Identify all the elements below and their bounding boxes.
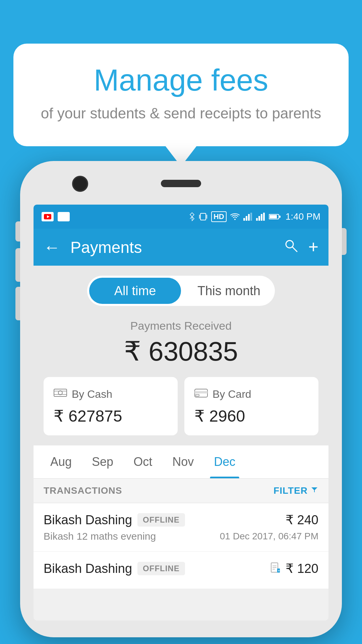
status-left-icons [42,212,70,221]
bubble-title: Manage fees [40,64,322,97]
filter-button[interactable]: FILTER [274,485,318,496]
bubble-subtitle: of your students & send receipts to pare… [40,104,322,123]
svg-rect-25 [195,391,207,393]
tab-this-month[interactable]: This month [183,276,275,306]
month-tab-sep[interactable]: Sep [82,445,123,478]
svg-rect-11 [256,218,258,221]
tab-toggle-container: All time This month [34,266,328,316]
tab-toggle: All time This month [87,276,275,306]
volume-mute-button [15,221,20,241]
filter-icon [310,485,318,496]
phone-mockup: HD [20,161,342,644]
power-button [342,228,347,255]
svg-rect-9 [248,214,250,221]
signal2-icon [256,213,265,221]
speech-bubble: Manage fees of your students & send rece… [13,44,349,146]
signal-icon [243,213,253,221]
cash-label: By Cash [72,388,112,400]
transaction-badge-1: OFFLINE [137,513,185,527]
svg-rect-20 [54,389,67,396]
summary-amount: ₹ 630835 [47,336,315,367]
cash-icon [54,387,67,401]
svg-line-19 [293,247,297,252]
transaction-top-2: Bikash Dashing OFFLINE + [44,561,318,576]
svg-rect-16 [269,215,277,218]
svg-rect-4 [200,213,206,220]
summary-section: Payments Received ₹ 630835 [34,316,328,377]
bluetooth-icon [189,212,195,221]
battery-icon [269,213,281,220]
settings-icon [58,212,70,221]
app-bar: ← Payments + [34,229,328,266]
transaction-row: Bikash Dashing OFFLINE ₹ 240 Bikash 12 m… [34,503,328,552]
svg-rect-14 [263,213,265,221]
cash-amount: ₹ 627875 [54,407,168,425]
transaction-amount-2: ₹ 120 [286,561,318,576]
add-button[interactable]: + [308,238,318,256]
card-card-header: By Card [194,387,308,401]
filter-label: FILTER [274,485,308,496]
svg-rect-8 [246,216,247,221]
card-label: By Card [213,388,251,400]
card-icon [194,387,208,401]
camera [72,176,88,192]
youtube-icon [42,212,54,221]
app-bar-actions: + [284,238,318,256]
month-tab-aug[interactable]: Aug [40,445,82,478]
wifi-icon [230,213,240,221]
volume-down-button [15,287,20,320]
svg-line-3 [190,217,192,219]
svg-rect-6 [206,215,207,219]
transaction-name-2: Bikash Dashing [44,561,132,576]
page-title: Payments [70,238,274,257]
svg-rect-13 [261,214,262,221]
status-right-icons: HD [189,211,320,222]
transactions-header: TRANSACTIONS FILTER [34,479,328,503]
cash-card: By Cash ₹ 627875 [44,377,178,435]
cash-card-header: By Cash [54,387,168,401]
svg-rect-7 [243,218,245,221]
back-button[interactable]: ← [44,237,60,257]
svg-point-18 [286,240,293,248]
volume-up-button [15,248,20,282]
transactions-label: TRANSACTIONS [44,485,122,496]
transaction-top-1: Bikash Dashing OFFLINE ₹ 240 [44,513,318,527]
cards-row: By Cash ₹ 627875 By Ca [34,377,328,445]
svg-point-21 [58,391,62,395]
transaction-amount-1: ₹ 240 [286,513,318,527]
svg-rect-17 [279,216,281,218]
month-tab-oct[interactable]: Oct [123,445,162,478]
summary-label: Payments Received [47,319,315,332]
card-amount: ₹ 2960 [194,407,308,425]
transaction-badge-2: OFFLINE [137,562,185,575]
phone-screen: HD [34,205,328,621]
svg-rect-26 [196,394,199,396]
vibrate-icon [198,212,208,221]
transaction-name-1: Bikash Dashing [44,513,132,527]
status-bar: HD [34,205,328,229]
svg-rect-12 [258,216,260,221]
phone-body: HD [20,161,342,637]
transaction-row-2: Bikash Dashing OFFLINE + [34,552,328,589]
svg-text:+: + [278,569,280,573]
tab-all-time[interactable]: All time [89,278,181,304]
doc-icon: + [271,562,280,575]
month-tab-nov[interactable]: Nov [162,445,204,478]
month-tab-dec[interactable]: Dec [204,445,245,478]
svg-rect-10 [250,213,252,221]
status-time: 1:40 PM [286,211,320,222]
transaction-desc-1: Bikash 12 maths evening [44,531,156,542]
svg-point-2 [63,216,65,218]
transaction-date-1: 01 Dec 2017, 06:47 PM [220,531,318,542]
transaction-bottom-1: Bikash 12 maths evening 01 Dec 2017, 06:… [44,531,318,542]
earpiece [161,180,201,187]
svg-rect-5 [199,215,200,219]
card-card: By Card ₹ 2960 [184,377,318,435]
search-button[interactable] [284,238,298,256]
hd-badge: HD [211,211,227,222]
month-tabs: Aug Sep Oct Nov Dec [34,445,328,479]
